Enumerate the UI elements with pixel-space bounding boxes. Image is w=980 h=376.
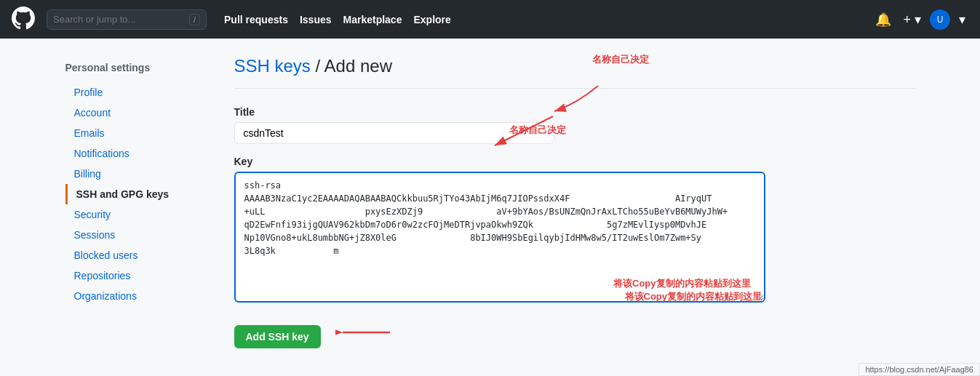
add-ssh-key-button[interactable]: Add SSH key: [234, 325, 321, 348]
sidebar-item-emails[interactable]: Emails: [65, 123, 211, 143]
avatar-label: U: [937, 15, 944, 25]
navbar-right: 🔔 + ▾ U ▾: [872, 9, 968, 31]
sidebar-title: Personal settings: [65, 56, 211, 79]
btn-arrow-svg: [335, 321, 394, 343]
main-content: SSH keys / Add new Title: [234, 56, 915, 348]
title-input-wrapper: 名称自己决定: [234, 122, 554, 144]
add-ssh-btn-wrapper: Add SSH key: [234, 316, 915, 348]
sidebar-item-ssh-gpg-keys[interactable]: SSH and GPG keys: [65, 184, 211, 204]
sidebar: Personal settings Profile Account Emails…: [65, 56, 211, 348]
sidebar-item-sessions[interactable]: Sessions: [65, 225, 211, 245]
navbar-links: Pull requests Issues Marketplace Explore: [224, 14, 451, 25]
title-input[interactable]: [234, 122, 554, 144]
github-logo-icon[interactable]: [12, 7, 35, 32]
breadcrumb-separator: /: [316, 56, 324, 76]
sidebar-item-billing[interactable]: Billing: [65, 164, 211, 184]
navbar-link-explore[interactable]: Explore: [413, 14, 450, 25]
ssh-keys-breadcrumb-link[interactable]: SSH keys: [234, 56, 311, 76]
avatar[interactable]: U: [930, 9, 950, 30]
sidebar-item-organizations[interactable]: Organizations: [65, 286, 211, 306]
sidebar-item-repositories[interactable]: Repositories: [65, 265, 211, 286]
page-subtitle: Add new: [324, 56, 392, 76]
page-layout: Personal settings Profile Account Emails…: [54, 39, 927, 366]
key-form-group: Key ssh-rsa AAAAB3NzaC1yc2EAAAADAQABAABA…: [234, 156, 915, 305]
navbar: / Pull requests Issues Marketplace Explo…: [0, 0, 980, 39]
user-menu-button[interactable]: ▾: [956, 9, 968, 31]
sidebar-item-security[interactable]: Security: [65, 204, 211, 225]
sidebar-item-blocked-users[interactable]: Blocked users: [65, 245, 211, 265]
sidebar-item-profile[interactable]: Profile: [65, 82, 211, 103]
navbar-link-marketplace[interactable]: Marketplace: [343, 14, 402, 25]
key-annotation: 将该Copy复制的内容粘贴到这里: [613, 277, 751, 290]
search-bar[interactable]: /: [47, 9, 207, 30]
navbar-link-issues[interactable]: Issues: [300, 14, 332, 25]
notification-button[interactable]: 🔔: [872, 9, 894, 31]
sidebar-item-account[interactable]: Account: [65, 103, 211, 123]
title-form-group: Title 名称自己决定: [234, 106, 915, 144]
sidebar-item-notifications[interactable]: Notifications: [65, 143, 211, 164]
search-input[interactable]: [53, 14, 183, 25]
navbar-link-pull-requests[interactable]: Pull requests: [224, 14, 288, 25]
new-item-button[interactable]: + ▾: [900, 9, 924, 31]
key-label: Key: [234, 156, 915, 167]
search-kbd: /: [189, 14, 200, 25]
title-annotation-text: 名称自己决定: [592, 53, 649, 66]
key-input-wrapper: ssh-rsa AAAAB3NzaC1yc2EAAAADAQABAABAQCkk…: [234, 172, 765, 305]
url-bar: https://blog.csdn.net/AjFaag86: [859, 363, 980, 366]
title-arrow-svg: [540, 82, 613, 119]
